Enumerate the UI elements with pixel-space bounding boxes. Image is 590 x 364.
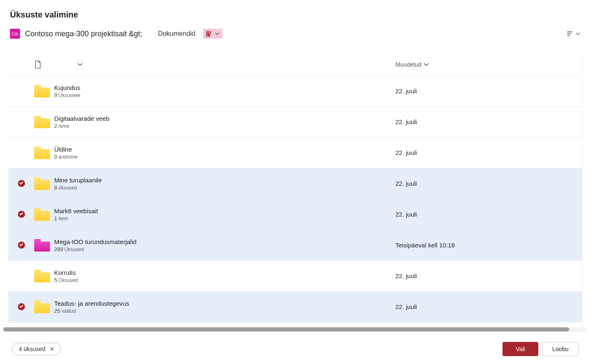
item-name: Teadus- ja arendustegevus — [54, 300, 129, 307]
list-item[interactable]: Teadus- ja arendustegevus25valitud22. ju… — [8, 292, 582, 322]
view-options-button[interactable] — [566, 30, 580, 37]
cancel-button[interactable]: Loobu — [542, 342, 578, 356]
folder-icon — [34, 239, 50, 252]
item-name: Mine turuplaanile — [54, 177, 102, 184]
item-date: 22. juuli — [395, 272, 417, 279]
list-header: Muudetud — [8, 53, 582, 76]
list-item[interactable]: Mega-IOO turundusmaterjalid289ÜksusedTei… — [8, 230, 582, 261]
item-date: 22. juuli — [395, 87, 417, 95]
folder-icon — [34, 177, 50, 190]
chevron-down-icon — [424, 62, 429, 67]
item-meta: 25valitud — [54, 308, 129, 314]
checkmark-icon[interactable] — [18, 303, 25, 310]
scrollbar-thumb[interactable] — [3, 327, 569, 332]
item-name: Korrutis — [54, 269, 78, 276]
folder-icon — [34, 270, 50, 282]
item-name: Digitaalvarade veeb — [54, 115, 110, 122]
chevron-down-icon — [215, 32, 219, 36]
library-icon — [205, 30, 213, 37]
item-date: 22. juuli — [395, 211, 417, 218]
svg-rect-1 — [208, 31, 209, 37]
item-date: Teisipäeval kell 10:18 — [395, 242, 455, 249]
close-icon[interactable]: ✕ — [50, 346, 55, 352]
checkmark-icon[interactable] — [18, 180, 25, 187]
item-date: 22. juuli — [395, 118, 417, 125]
item-meta: 9Üksustele — [54, 92, 80, 98]
column-modified-header[interactable]: Muudetud — [395, 61, 579, 68]
dialog-footer: 4 üksused ✕ Vali Loobu — [0, 334, 590, 364]
list-item[interactable]: Mark8 veebisait1item22. juuli — [8, 199, 582, 230]
breadcrumb-site[interactable]: Contoso mega-300 projektisait &gt; — [25, 30, 142, 38]
site-logo: Cm — [10, 29, 20, 39]
select-button[interactable]: Vali — [502, 342, 538, 356]
checkmark-icon[interactable] — [18, 242, 25, 249]
selection-count-pill[interactable]: 4 üksused ✕ — [12, 343, 61, 355]
item-name: Mark8 veebisait — [54, 207, 98, 214]
item-meta: 2nime — [54, 123, 110, 129]
file-type-icon — [34, 60, 42, 69]
breadcrumb: Cm Contoso mega-300 projektisait &gt; Do… — [0, 27, 590, 46]
folder-icon — [34, 301, 50, 313]
item-name: Kujundus — [54, 84, 80, 91]
folder-icon — [34, 208, 50, 221]
selection-count-label: 4 üksused — [19, 346, 45, 352]
horizontal-scrollbar[interactable] — [3, 327, 587, 332]
column-name-header[interactable] — [54, 62, 395, 67]
list-view-icon — [566, 30, 573, 37]
list-item[interactable]: Digitaalvarade veeb2nime22. juuli — [8, 107, 582, 137]
folder-icon — [34, 116, 50, 128]
item-name: Mega-IOO turundusmaterjalid — [54, 238, 137, 245]
list-item[interactable]: Kujundus9Üksustele22. juuli — [8, 76, 582, 107]
folder-icon — [34, 147, 50, 159]
item-meta: 1item — [54, 215, 98, 222]
chevron-down-icon — [78, 62, 82, 67]
item-date: 22. juuli — [395, 180, 417, 187]
folder-icon — [34, 85, 50, 97]
item-date: 22. juuli — [395, 149, 417, 156]
svg-rect-0 — [206, 31, 207, 37]
list-item[interactable]: Üldine0andmine22. juuli — [8, 137, 582, 168]
column-modified-label: Muudetud — [395, 61, 421, 68]
item-name: Üldine — [54, 146, 78, 153]
dialog-title: Üksuste valimine — [0, 0, 590, 27]
item-date: 22. juuli — [395, 303, 417, 310]
item-meta: 5Üksused — [54, 277, 78, 283]
chevron-down-icon — [576, 32, 580, 36]
item-meta: 0andmine — [54, 154, 78, 160]
item-meta: 289Üksused — [54, 246, 137, 252]
svg-rect-2 — [209, 31, 211, 37]
breadcrumb-library[interactable]: Dokumendid — [155, 30, 198, 37]
item-meta: 8üksused — [54, 184, 102, 191]
file-list: Muudetud Kujundus9Üksustele22. juuliDigi… — [8, 53, 582, 327]
library-picker-chip[interactable] — [203, 29, 222, 39]
list-item[interactable]: Mine turuplaanile8üksused22. juuli — [8, 168, 582, 199]
list-item[interactable]: Korrutis5Üksused22. juuli — [8, 261, 582, 292]
checkmark-icon[interactable] — [18, 211, 25, 218]
